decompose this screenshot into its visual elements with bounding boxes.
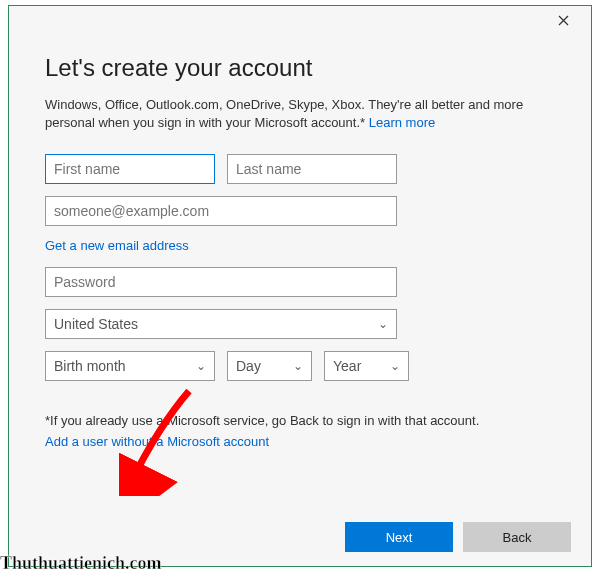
country-value: United States — [54, 316, 138, 332]
day-select[interactable]: Day ⌄ — [227, 351, 312, 381]
add-user-without-ms-account-link[interactable]: Add a user without a Microsoft account — [45, 434, 269, 449]
titlebar — [9, 6, 591, 34]
chevron-down-icon: ⌄ — [293, 359, 303, 373]
chevron-down-icon: ⌄ — [196, 359, 206, 373]
close-button[interactable] — [545, 8, 581, 32]
last-name-input[interactable] — [227, 154, 397, 184]
password-input[interactable] — [45, 267, 397, 297]
intro-body: Windows, Office, Outlook.com, OneDrive, … — [45, 97, 523, 130]
year-value: Year — [333, 358, 361, 374]
dialog-window: Let's create your account Windows, Offic… — [8, 5, 592, 567]
intro-text: Windows, Office, Outlook.com, OneDrive, … — [45, 96, 555, 132]
birth-month-value: Birth month — [54, 358, 126, 374]
first-name-input[interactable] — [45, 154, 215, 184]
learn-more-link[interactable]: Learn more — [369, 115, 435, 130]
get-new-email-link[interactable]: Get a new email address — [45, 238, 189, 253]
year-select[interactable]: Year ⌄ — [324, 351, 409, 381]
chevron-down-icon: ⌄ — [378, 317, 388, 331]
birth-month-select[interactable]: Birth month ⌄ — [45, 351, 215, 381]
country-select[interactable]: United States ⌄ — [45, 309, 397, 339]
page-title: Let's create your account — [45, 54, 555, 82]
next-button[interactable]: Next — [345, 522, 453, 552]
close-icon — [558, 15, 569, 26]
email-input[interactable] — [45, 196, 397, 226]
chevron-down-icon: ⌄ — [390, 359, 400, 373]
watermark-text: Thuthuattienich.com — [0, 553, 162, 574]
day-value: Day — [236, 358, 261, 374]
back-button[interactable]: Back — [463, 522, 571, 552]
footnote-text: *If you already use a Microsoft service,… — [45, 413, 555, 428]
